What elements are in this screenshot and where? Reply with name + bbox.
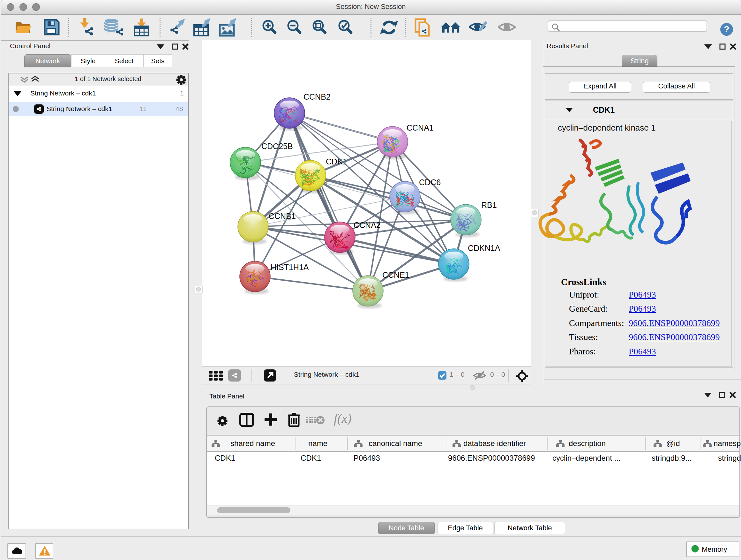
svg-text:RB1: RB1 [481,200,497,209]
svg-text:CDC6: CDC6 [419,178,441,187]
svg-text:CCNB1: CCNB1 [269,212,296,221]
svg-text:CCNA1: CCNA1 [407,123,434,132]
svg-text:CCNA2: CCNA2 [354,221,381,230]
svg-text:CDC25B: CDC25B [261,142,293,151]
svg-text:?: ? [724,24,729,34]
svg-text:CDKN1A: CDKN1A [468,244,500,253]
svg-text:CDK1: CDK1 [326,157,347,166]
svg-text:HIST1H1A: HIST1H1A [271,263,309,272]
svg-text:CCNB2: CCNB2 [304,92,331,101]
svg-text:CCNE1: CCNE1 [382,270,409,279]
